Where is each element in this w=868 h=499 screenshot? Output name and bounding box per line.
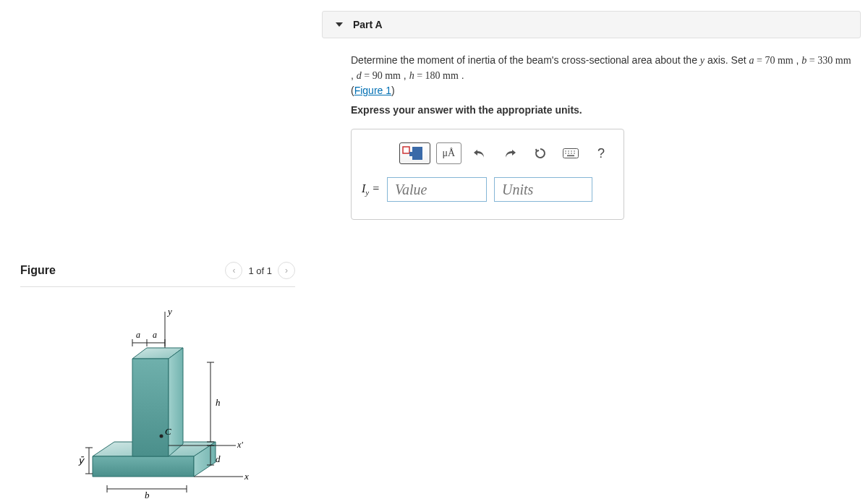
figure-nav: ‹ 1 of 1 › bbox=[225, 262, 295, 279]
keyboard-button[interactable] bbox=[558, 142, 583, 164]
label-C: C bbox=[165, 426, 171, 437]
templates-button[interactable] bbox=[399, 142, 430, 164]
symbols-button[interactable]: μÅ bbox=[436, 142, 461, 164]
label-y: y bbox=[166, 306, 172, 317]
svg-point-5 bbox=[568, 150, 569, 152]
svg-point-10 bbox=[571, 153, 572, 154]
svg-point-36 bbox=[160, 435, 163, 438]
label-a2: a bbox=[153, 330, 157, 340]
reset-button[interactable] bbox=[528, 142, 553, 164]
figure-link[interactable]: Figure 1 bbox=[354, 85, 391, 96]
caret-down-icon bbox=[336, 22, 343, 27]
svg-marker-14 bbox=[93, 456, 194, 477]
label-b: b bbox=[145, 490, 150, 499]
label-a1: a bbox=[136, 330, 140, 340]
part-header[interactable]: Part A bbox=[322, 11, 861, 38]
part-title: Part A bbox=[353, 19, 383, 30]
label-d: d bbox=[216, 453, 221, 464]
variable-label: Iy = bbox=[362, 182, 380, 197]
label-x: x bbox=[244, 471, 249, 482]
svg-marker-17 bbox=[132, 359, 169, 456]
units-input[interactable] bbox=[494, 177, 592, 202]
svg-rect-12 bbox=[567, 155, 574, 157]
help-button[interactable]: ? bbox=[589, 142, 613, 164]
svg-point-9 bbox=[568, 153, 569, 154]
value-input[interactable] bbox=[387, 177, 487, 202]
svg-point-7 bbox=[574, 150, 575, 152]
svg-rect-2 bbox=[409, 152, 414, 156]
label-h: h bbox=[216, 397, 221, 408]
figure-next-button[interactable]: › bbox=[278, 262, 295, 279]
label-xprime: x' bbox=[237, 440, 243, 450]
svg-point-4 bbox=[565, 150, 566, 152]
svg-point-6 bbox=[571, 150, 572, 152]
svg-point-11 bbox=[574, 153, 575, 154]
svg-rect-1 bbox=[412, 147, 422, 160]
question-text: Determine the moment of inertia of the b… bbox=[351, 53, 861, 98]
figure-title: Figure bbox=[20, 264, 56, 277]
undo-button[interactable] bbox=[467, 142, 492, 164]
figure-image: y a a h d x' x bbox=[20, 297, 295, 499]
answer-area: μÅ ? Iy = bbox=[351, 129, 624, 220]
svg-rect-0 bbox=[403, 147, 409, 153]
svg-point-8 bbox=[565, 153, 566, 154]
answer-toolbar: μÅ ? bbox=[399, 142, 613, 164]
figure-page-label: 1 of 1 bbox=[248, 265, 272, 276]
figure-prev-button[interactable]: ‹ bbox=[225, 262, 242, 279]
redo-button[interactable] bbox=[498, 142, 522, 164]
svg-marker-18 bbox=[169, 348, 183, 456]
label-ybar: ȳ bbox=[78, 455, 85, 466]
answer-instruction: Express your answer with the appropriate… bbox=[351, 104, 861, 116]
